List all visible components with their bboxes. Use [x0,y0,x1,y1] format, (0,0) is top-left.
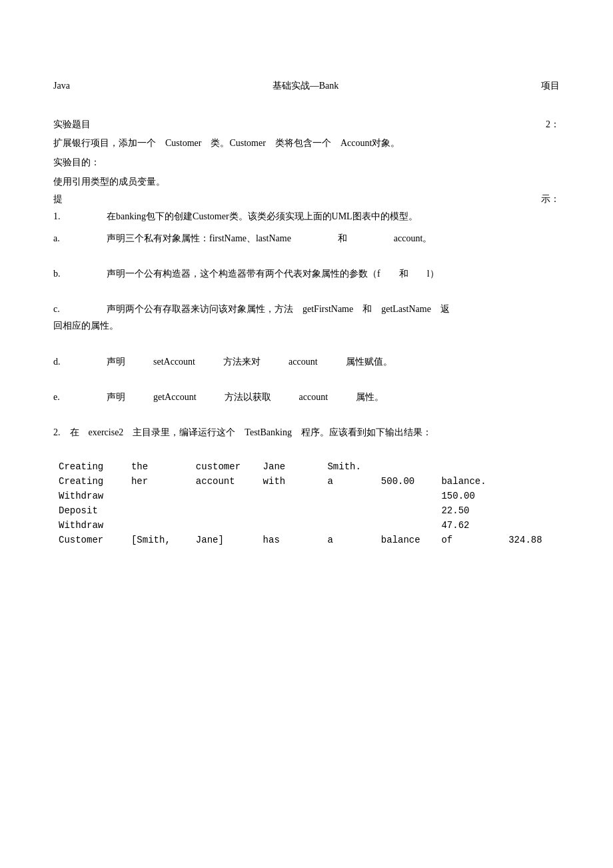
output-row: Creatingheraccountwitha500.00balance. [53,474,560,489]
output-cell: has [258,533,322,547]
header-project: 项目 [541,80,560,92]
output-cell: Smith. [322,459,375,474]
output-cell [376,518,436,533]
output-cell: Jane] [191,533,258,547]
step-e-content: 声明 getAccount 方法以获取 account 属性。 [107,389,560,405]
output-cell: a [322,474,375,489]
step-c-label: c. [53,301,107,317]
step-b-label: b. [53,265,107,282]
header-java: Java [53,81,70,91]
step-e-col5: 属性。 [356,392,384,402]
output-cell [503,518,560,533]
step-e-col2: getAccount [153,392,197,402]
output-cell [191,489,258,503]
output-cell: 22.50 [436,503,503,518]
output-cell: 500.00 [376,474,436,489]
hint-left: 提 [53,193,63,205]
step-e-col3: 方法以获取 [225,392,271,402]
output-cell: Withdraw [53,518,126,533]
section-title-row: 实验题目 2： [53,119,560,131]
output-row: Withdraw150.00 [53,489,560,503]
output-section: CreatingthecustomerJaneSmith.Creatingher… [53,459,560,547]
output-cell: Jane [258,459,322,474]
document-header: Java 基础实战—Bank 项目 [53,80,560,92]
output-cell [376,459,436,474]
experiment-label: 实验题目 [53,119,91,131]
desc-line3: 使用引用类型的成员变量。 [53,173,560,190]
output-row: Deposit22.50 [53,503,560,518]
output-cell [376,489,436,503]
output-cell [503,459,560,474]
output-cell: 150.00 [436,489,503,503]
step-d-col4: account [289,357,318,367]
step-a: a. 声明三个私有对象属性：firstName、lastName 和 accou… [53,230,560,247]
step-c-row1: c. 声明两个公有存取器来访问该对象属性，方法 getFirstName 和 g… [53,301,560,317]
output-cell: the [126,459,191,474]
output-cell: a [322,533,375,547]
output-cell [191,518,258,533]
output-cell [322,518,375,533]
output-cell: customer [191,459,258,474]
hint-right: 示： [541,193,560,205]
output-cell [191,503,258,518]
hint-row: 提 示： [53,193,560,205]
step-d-col2: setAccount [153,357,195,367]
step-c-content: 声明两个公有存取器来访问该对象属性，方法 getFirstName 和 getL… [107,301,560,317]
output-cell [126,503,191,518]
output-cell [258,518,322,533]
output-cell: 47.62 [436,518,503,533]
output-cell [503,489,560,503]
step1-content: 在banking包下的创建Customer类。该类必须实现上面的UML图表中的模… [107,208,560,225]
step1: 1. 在banking包下的创建Customer类。该类必须实现上面的UML图表… [53,208,560,225]
output-cell: [Smith, [126,533,191,547]
output-cell: of [436,533,503,547]
step1-label: 1. [53,208,107,225]
step-a-content: 声明三个私有对象属性：firstName、lastName 和 account。 [107,230,560,247]
step-c-cont2: 回相应的属性。 [53,317,560,334]
desc-line2: 实验目的： [53,154,560,171]
output-cell [503,503,560,518]
output-cell: Deposit [53,503,126,518]
step-a-label: a. [53,230,107,247]
output-cell [126,518,191,533]
output-cell [376,503,436,518]
step-b: b. 声明一个公有构造器，这个构造器带有两个代表对象属性的参数（f 和 l） [53,265,560,282]
output-cell: Creating [53,459,126,474]
step-d-col1: 声明 [107,357,125,367]
output-cell [322,489,375,503]
step2-content: 2. 在 exercise2 主目录里，编译运行这个 TestBanking 程… [53,424,432,441]
output-cell [436,459,503,474]
step-d-col5: 属性赋值。 [346,357,392,367]
output-cell: Withdraw [53,489,126,503]
output-cell: balance. [436,474,503,489]
output-cell: Creating [53,474,126,489]
output-row: Withdraw47.62 [53,518,560,533]
output-row: Customer[Smith,Jane]hasabalanceof324.88 [53,533,560,547]
output-cell [258,503,322,518]
output-table: CreatingthecustomerJaneSmith.Creatingher… [53,459,560,547]
step-d-label: d. [53,353,107,370]
step-d: d. 声明 setAccount 方法来对 account 属性赋值。 [53,353,560,370]
output-cell [126,489,191,503]
step-b-content: 声明一个公有构造器，这个构造器带有两个代表对象属性的参数（f 和 l） [107,265,560,282]
output-row: CreatingthecustomerJaneSmith. [53,459,560,474]
output-cell: balance [376,533,436,547]
step-d-col3: 方法来对 [223,357,261,367]
header-title: 基础实战—Bank [273,80,339,92]
desc-line1: 扩展银行项目，添加一个 Customer 类。Customer 类将包含一个 A… [53,135,560,151]
step-d-content: 声明 setAccount 方法来对 account 属性赋值。 [107,353,560,370]
output-cell [503,474,560,489]
step-e-col1: 声明 [107,392,125,402]
step-e: e. 声明 getAccount 方法以获取 account 属性。 [53,389,560,405]
output-cell: Customer [53,533,126,547]
output-cell: her [126,474,191,489]
output-cell [258,489,322,503]
output-cell: with [258,474,322,489]
step2: 2. 在 exercise2 主目录里，编译运行这个 TestBanking 程… [53,424,560,443]
output-cell: account [191,474,258,489]
step-e-col4: account [299,392,328,402]
output-cell [322,503,375,518]
step-c: c. 声明两个公有存取器来访问该对象属性，方法 getFirstName 和 g… [53,301,560,334]
step-e-label: e. [53,389,107,405]
output-cell: 324.88 [503,533,560,547]
